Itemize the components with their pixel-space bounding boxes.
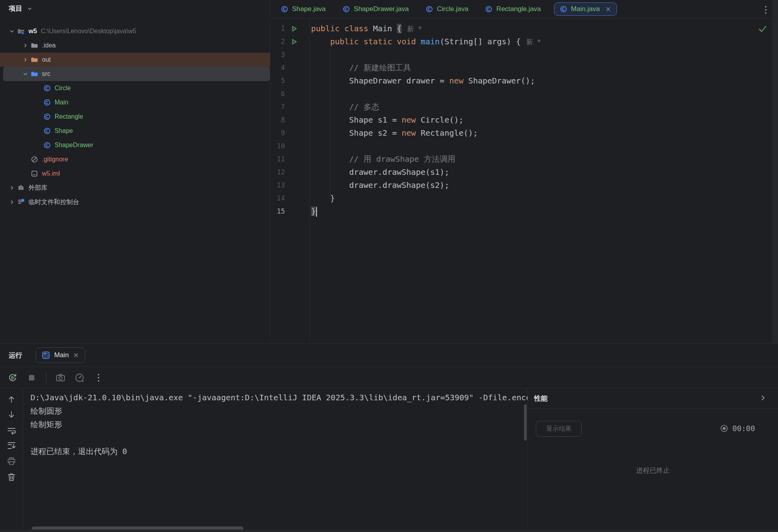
tree-item-外部库[interactable]: 外部库 [0,181,270,195]
row-highlight [0,124,270,138]
more-options-kebab-button[interactable] [93,372,104,383]
tree-item-label: .gitignore [42,156,68,163]
print-button[interactable] [6,456,17,467]
chevron-down-icon[interactable] [21,70,30,78]
tree-item-w5.iml[interactable]: w5.iml [0,167,270,181]
code-line-8[interactable]: Shape s1 = new Circle(); [311,114,772,127]
line-number: 9 [271,127,285,140]
run-line-icon[interactable] [290,22,298,35]
line-number: 12 [271,166,285,179]
stop-button[interactable] [26,372,37,383]
code-token [359,37,363,46]
project-folder-icon [17,27,25,35]
chevron-right-icon[interactable] [21,56,30,63]
row-highlight [0,110,270,124]
code-line-11[interactable]: // 用 drawShape 方法调用 [311,153,772,166]
console-output-area[interactable]: D:\Java\jdk-21.0.10\bin\java.exe "-javaa… [23,388,528,532]
ignored-file-icon [30,155,39,163]
java-class-icon [281,5,288,13]
chevron-down-icon[interactable] [7,28,17,35]
scroll-up-button[interactable] [6,394,17,405]
code-line-14[interactable]: } [311,192,772,205]
code-line-10[interactable] [311,140,772,153]
code-line-1[interactable]: public class Main {新 * [311,22,772,35]
tree-item-label: 临时文件和控制台 [28,198,79,206]
code-line-4[interactable]: // 新建绘图工具 [311,61,772,74]
line-number: 5 [271,74,285,87]
tab-label: Rectangle.java [496,5,541,13]
soft-wrap-button[interactable] [6,425,17,436]
rerun-button[interactable] [7,372,18,383]
scroll-to-end-button[interactable] [6,440,17,451]
clear-console-button[interactable] [6,471,17,483]
run-toolbar [0,367,778,388]
tree-item-out[interactable]: out [0,53,270,67]
code-line-12[interactable]: drawer.drawShape(s1); [311,166,772,179]
tab-label: ShapeDrawer.java [354,5,409,13]
code-line-7[interactable]: // 多态 [311,100,772,114]
tree-item-Shape[interactable]: Shape [0,124,270,138]
run-line-icon[interactable] [290,35,298,48]
code-token: new [402,115,416,125]
code-token: new [402,128,416,138]
profiler-gauge-button[interactable] [74,372,85,383]
tree-item-.idea[interactable]: .idea [0,38,270,53]
tree-item-ShapeDrawer[interactable]: ShapeDrawer [0,138,270,152]
chevron-right-icon[interactable] [21,42,30,49]
tree-item-src[interactable]: src [0,67,270,81]
console-vertical-scrollbar[interactable] [524,404,527,441]
java-class-icon [43,141,51,149]
tree-item-w5[interactable]: w5C:\Users\Lenovo\Desktop\java\w5 [0,24,270,38]
snapshot-camera-button[interactable] [55,372,66,383]
chevron-right-icon[interactable] [759,394,767,402]
close-icon[interactable] [605,6,611,12]
code-token [311,37,330,46]
tree-item-Circle[interactable]: Circle [0,81,270,95]
editor-tab-ShapeDrawer.java[interactable]: ShapeDrawer.java [334,0,417,19]
code-line-2[interactable]: public static void main(String[] args) {… [311,35,772,48]
editor-tab-Circle.java[interactable]: Circle.java [417,0,476,19]
more-options-icon[interactable] [762,5,769,15]
tree-item-label: 外部库 [28,184,47,192]
editor-scrollbar-track[interactable] [772,0,778,343]
editor-tab-Main.java[interactable]: Main.java [554,2,617,16]
code-token: class [344,24,368,33]
code-line-3[interactable] [311,48,772,61]
run-console-icon [42,351,50,360]
run-config-tab-main[interactable]: Main [36,347,85,363]
show-results-button[interactable]: 显示结果 [536,421,582,437]
chevron-right-icon[interactable] [7,199,17,206]
close-icon[interactable] [73,352,79,358]
scratch-icon [17,198,25,206]
code-token: ShapeDrawer drawer = [311,76,449,85]
tree-item-Main[interactable]: Main [0,95,270,110]
chevron-right-icon[interactable] [7,184,17,191]
tree-item-label: w5.iml [42,170,60,177]
code-line-5[interactable]: ShapeDrawer drawer = new ShapeDrawer(); [311,74,772,87]
code-line-6[interactable] [311,87,772,100]
java-class-icon [485,5,493,13]
tree-item-.gitignore[interactable]: .gitignore [0,152,270,167]
code-token: public [311,24,340,33]
code-line-13[interactable]: drawer.drawShape(s2); [311,179,772,192]
code-token [340,24,344,33]
code-token: static [363,37,392,46]
code-token: Circle(); [416,115,463,125]
tree-item-Rectangle[interactable]: Rectangle [0,110,270,124]
editor-tab-Shape.java[interactable]: Shape.java [272,0,334,19]
vcs-author-inlay-hint: 新 * [402,25,422,33]
toolbar-separator [46,373,46,383]
tree-item-label: .idea [42,42,56,49]
code-line-15[interactable]: } [311,205,772,218]
java-class-run-icon [560,5,567,13]
tree-item-临时文件和控制台[interactable]: 临时文件和控制台 [0,195,270,209]
code-token: Shape s1 = [311,115,402,125]
editor-tab-Rectangle.java[interactable]: Rectangle.java [476,0,549,19]
ide-window: 项目 w5C:\Users\Lenovo\Desktop\java\w5.ide… [0,0,778,532]
java-class-icon [43,84,51,92]
code-line-9[interactable]: Shape s2 = new Rectangle(); [311,127,772,140]
code-token: new [449,76,463,85]
project-path: C:\Users\Lenovo\Desktop\java\w5 [41,28,136,35]
scroll-down-button[interactable] [6,409,17,420]
process-status-text: 进程已终止 [528,466,778,475]
